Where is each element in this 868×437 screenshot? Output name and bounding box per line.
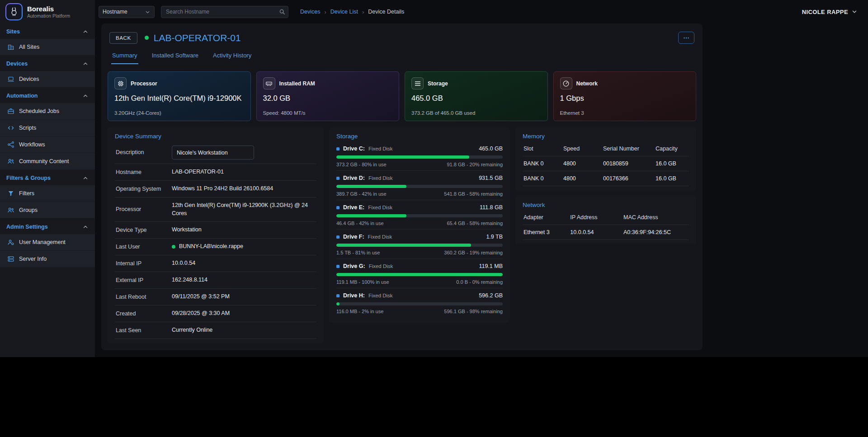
drive-remaining-text: 541.8 GB - 58% remaining (444, 191, 503, 197)
drive-footer: 46.4 GB - 42% in use65.4 GB - 58% remain… (336, 221, 503, 226)
device-details-card: BACK LAB-OPERATOR-01 SummaryInstalled So… (101, 23, 703, 350)
drive-usage-bar (336, 155, 503, 159)
stat-card-processor: Processor12th Gen Intel(R) Core(TM) i9-1… (108, 71, 251, 121)
memory-cell: 4800 (563, 160, 599, 167)
device-summary-title: Device Summary (115, 133, 316, 140)
stat-card-value: 32.0 GB (263, 94, 393, 103)
stat-card-title: Network (576, 80, 598, 87)
memory-cell: 4800 (563, 175, 599, 182)
summary-value: BUNNY-LAB\nicole.rappe (172, 243, 316, 251)
drive-used-text: 1.5 TB - 81% in use (336, 250, 380, 255)
brand-text: Borealis Automation Platform (27, 5, 70, 18)
hostname-filter-dropdown[interactable]: Hostname (99, 6, 155, 18)
user-name: NICOLE RAPPE (802, 9, 848, 15)
memory-panel: Memory SlotSpeedSerial NumberCapacityBAN… (515, 127, 696, 191)
user-menu[interactable]: NICOLE RAPPE (802, 9, 858, 15)
drive-bullet-icon (336, 265, 340, 268)
memory-cell: 00176366 (603, 175, 652, 182)
drive-list: Drive C:Fixed Disk465.0 GB373.2 GB - 80%… (336, 141, 503, 317)
right-column: Memory SlotSpeedSerial NumberCapacityBAN… (515, 127, 696, 244)
drive-size: 1.9 TB (486, 234, 503, 240)
memory-cell: BANK 0 (524, 175, 560, 182)
stat-card-storage: Storage465.0 GB373.2 GB of 465.0 GB used (405, 71, 548, 121)
sidebar-section-label: Automation (6, 93, 38, 99)
chevron-down-icon (145, 9, 151, 15)
drive-size: 111.8 GB (480, 204, 503, 211)
stat-card-footer: Ethernet 3 (560, 110, 690, 116)
drive-drive-f: Drive F:Fixed Disk1.9 TB1.5 TB - 81% in … (336, 230, 503, 259)
sidebar-section-admin-settings[interactable]: Admin Settings (0, 219, 95, 234)
tab-summary[interactable]: Summary (111, 49, 138, 64)
drive-type: Fixed Disk (368, 205, 392, 210)
panels-row: Device Summary DescriptionHostnameLAB-OP… (108, 127, 696, 343)
tab-activity-history[interactable]: Activity History (212, 49, 252, 64)
summary-label: Processor (116, 206, 166, 213)
summary-row-last-reboot: Last Reboot09/11/2025 @ 3:52 PM (115, 289, 316, 305)
sidebar-section-automation[interactable]: Automation (0, 88, 95, 103)
sidebar-item-label: Scripts (19, 125, 36, 131)
drive-drive-c: Drive C:Fixed Disk465.0 GB373.2 GB - 80%… (336, 141, 503, 171)
description-input[interactable] (172, 146, 254, 160)
breadcrumb: Devices›Device List›Device Details (300, 9, 404, 15)
sidebar-section-filters-groups[interactable]: Filters & Groups (0, 170, 95, 185)
drive-header: Drive G:Fixed Disk119.1 MB (336, 263, 503, 269)
summary-label: Device Type (116, 226, 166, 234)
more-actions-button[interactable] (678, 32, 694, 44)
tab-installed-software[interactable]: Installed Software (151, 49, 199, 64)
drive-usage-bar (336, 214, 503, 217)
back-button[interactable]: BACK (109, 32, 137, 44)
memory-header: Slot (524, 146, 560, 152)
sidebar-item-scripts[interactable]: Scripts (0, 120, 95, 136)
network-gauge-icon (560, 77, 572, 89)
summary-label: Operating System (116, 185, 166, 193)
drive-remaining-text: 360.2 GB - 19% remaining (444, 250, 503, 255)
search-input[interactable] (161, 6, 288, 18)
sidebar-item-user-management[interactable]: User Management (0, 234, 95, 251)
cpu-icon (114, 77, 127, 89)
drive-remaining-text: 65.4 GB - 58% remaining (447, 221, 503, 226)
drive-name: Drive F: (343, 234, 364, 240)
device-header: BACK LAB-OPERATOR-01 (108, 31, 696, 49)
sidebar-item-groups[interactable]: Groups (0, 202, 95, 219)
chevron-up-icon (82, 61, 89, 67)
breadcrumb-device-list[interactable]: Device List (330, 9, 358, 15)
summary-label: Created (116, 310, 166, 318)
memory-table: SlotSpeedSerial NumberCapacityBANK 04800… (523, 141, 689, 186)
sidebar-section-devices[interactable]: Devices (0, 56, 95, 71)
more-dots-icon (683, 34, 690, 42)
sidebar-item-label: User Management (19, 239, 66, 245)
sidebar-item-filters[interactable]: Filters (0, 185, 95, 202)
summary-row-last-seen: Last SeenCurrently Online (115, 322, 316, 339)
sidebar-section-sites[interactable]: Sites (0, 23, 95, 39)
drive-remaining-text: 91.8 GB - 20% remaining (447, 162, 503, 167)
stat-card-title: Processor (131, 80, 157, 87)
drive-bullet-icon (336, 147, 340, 150)
sidebar-item-devices[interactable]: Devices (0, 71, 95, 88)
network-cell: 10.0.0.54 (570, 229, 620, 235)
online-status-dot (145, 36, 149, 40)
drive-usage-fill (336, 244, 471, 247)
sidebar-item-server-info[interactable]: Server Info (0, 251, 95, 268)
sidebar-item-community-content[interactable]: Community Content (0, 153, 95, 170)
drive-usage-fill (336, 185, 406, 188)
drive-bullet-icon (336, 177, 340, 180)
summary-row-created: Created09/28/2025 @ 3:30 AM (115, 305, 316, 322)
sidebar-item-workflows[interactable]: Workflows (0, 136, 95, 153)
breadcrumb-devices[interactable]: Devices (300, 9, 320, 15)
search-icon (279, 9, 285, 15)
sidebar-item-scheduled-jobs[interactable]: Scheduled Jobs (0, 103, 95, 120)
memory-cell: 16.0 GB (656, 175, 688, 182)
drive-header: Drive C:Fixed Disk465.0 GB (336, 146, 503, 152)
drive-used-text: 46.4 GB - 42% in use (336, 221, 384, 226)
sidebar-item-all-sites[interactable]: All Sites (0, 39, 95, 56)
stat-card-header: Network (560, 77, 690, 89)
drive-drive-d: Drive D:Fixed Disk931.5 GB389.7 GB - 42%… (336, 171, 503, 200)
drive-usage-bar (336, 185, 503, 188)
user-gear-icon (7, 239, 14, 246)
network-header: Adapter (524, 214, 566, 221)
drive-size: 465.0 GB (479, 146, 503, 152)
summary-value: LAB-OPERATOR-01 (172, 168, 316, 176)
summary-value: 162.248.8.114 (172, 276, 316, 284)
memory-title: Memory (523, 133, 689, 140)
drive-usage-fill (336, 214, 406, 217)
